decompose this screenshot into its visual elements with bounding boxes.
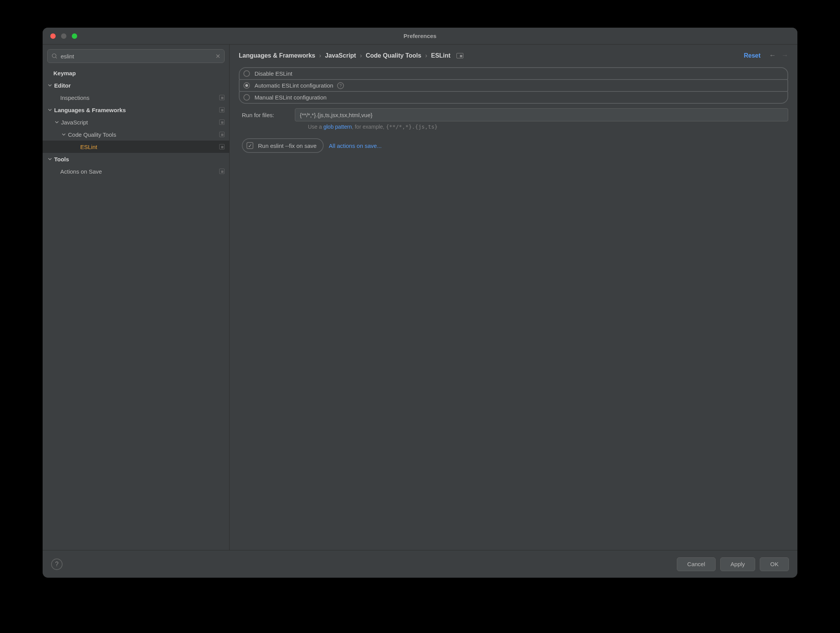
chevron-right-icon: › — [319, 52, 321, 59]
header-row: Languages & Frameworks › JavaScript › Co… — [239, 51, 788, 60]
chevron-down-icon — [47, 83, 53, 87]
project-scope-icon — [219, 119, 225, 125]
radio-label: Disable ESLint — [255, 70, 292, 77]
breadcrumb: Languages & Frameworks › JavaScript › Co… — [239, 52, 744, 59]
chevron-down-icon — [54, 120, 60, 124]
glob-hint: Use a glob pattern, for example, {**/*,*… — [239, 124, 788, 130]
search-icon — [51, 53, 58, 59]
fix-on-save-toggle[interactable]: ✓ Run eslint --fix on save — [242, 138, 324, 153]
sidebar: ✕ Keymap Editor Inspections Languages & — [43, 45, 230, 550]
breadcrumb-item[interactable]: Languages & Frameworks — [239, 52, 315, 59]
run-for-files-label: Run for files: — [242, 112, 288, 118]
radio-label: Automatic ESLint configuration — [255, 82, 333, 89]
window-controls — [50, 33, 77, 39]
chevron-down-icon — [61, 133, 66, 136]
tree-eslint[interactable]: ESLint — [43, 141, 229, 153]
apply-button[interactable]: Apply — [720, 557, 756, 571]
radio-icon — [243, 82, 250, 89]
tree-code-quality-tools[interactable]: Code Quality Tools — [43, 128, 229, 141]
ok-button[interactable]: OK — [760, 557, 789, 571]
nav-arrows: ← → — [769, 51, 788, 60]
clear-search-icon[interactable]: ✕ — [215, 53, 220, 60]
help-icon[interactable]: ? — [337, 82, 344, 89]
maximize-window-icon[interactable] — [72, 33, 77, 39]
footer: ? Cancel Apply OK — [43, 550, 797, 578]
chevron-right-icon: › — [425, 52, 427, 59]
window-title: Preferences — [403, 33, 437, 39]
tree-inspections[interactable]: Inspections — [43, 91, 229, 104]
search-field[interactable]: ✕ — [47, 49, 225, 63]
breadcrumb-item[interactable]: Code Quality Tools — [366, 52, 422, 59]
svg-line-1 — [56, 57, 57, 58]
radio-automatic-eslint[interactable]: Automatic ESLint configuration ? — [239, 79, 788, 92]
tree-editor[interactable]: Editor — [43, 79, 229, 91]
reset-button[interactable]: Reset — [744, 52, 761, 59]
project-scope-icon — [219, 107, 225, 113]
project-scope-icon — [219, 132, 225, 137]
glob-pattern-link[interactable]: glob pattern — [323, 124, 352, 130]
breadcrumb-item[interactable]: JavaScript — [325, 52, 356, 59]
forward-button[interactable]: → — [781, 51, 788, 60]
chevron-down-icon — [47, 108, 53, 112]
tree-javascript[interactable]: JavaScript — [43, 116, 229, 128]
project-scope-icon — [456, 53, 463, 58]
svg-point-0 — [52, 54, 56, 58]
titlebar: Preferences — [43, 28, 797, 45]
radio-icon — [243, 94, 250, 101]
tree-languages-frameworks[interactable]: Languages & Frameworks — [43, 104, 229, 116]
minimize-window-icon[interactable] — [61, 33, 66, 39]
checkbox-icon: ✓ — [246, 142, 253, 149]
close-window-icon[interactable] — [50, 33, 56, 39]
breadcrumb-item[interactable]: ESLint — [431, 52, 451, 59]
chevron-right-icon: › — [360, 52, 362, 59]
radio-disable-eslint[interactable]: Disable ESLint — [239, 67, 788, 80]
back-button[interactable]: ← — [769, 51, 776, 60]
main-panel: Languages & Frameworks › JavaScript › Co… — [230, 45, 797, 550]
glob-example: {**/*,*}.{js,ts} — [386, 124, 438, 130]
fix-on-save-row: ✓ Run eslint --fix on save All actions o… — [239, 138, 788, 153]
window-body: ✕ Keymap Editor Inspections Languages & — [43, 45, 797, 550]
tree-actions-on-save[interactable]: Actions on Save — [43, 165, 229, 177]
tree-tools[interactable]: Tools — [43, 153, 229, 165]
run-for-files-input[interactable] — [295, 108, 788, 121]
chevron-down-icon — [47, 157, 53, 161]
fix-on-save-label: Run eslint --fix on save — [258, 143, 317, 149]
tree-keymap[interactable]: Keymap — [43, 67, 229, 79]
project-scope-icon — [219, 144, 225, 149]
radio-manual-eslint[interactable]: Manual ESLint configuration — [239, 91, 788, 104]
radio-label: Manual ESLint configuration — [255, 94, 327, 101]
all-actions-on-save-link[interactable]: All actions on save... — [329, 143, 382, 149]
radio-icon — [243, 70, 250, 77]
project-scope-icon — [219, 95, 225, 100]
project-scope-icon — [219, 169, 225, 174]
help-button[interactable]: ? — [51, 558, 63, 570]
eslint-mode-radios: Disable ESLint Automatic ESLint configur… — [239, 67, 788, 103]
search-input[interactable] — [58, 53, 215, 60]
preferences-window: Preferences ✕ Keymap Editor I — [43, 28, 797, 578]
cancel-button[interactable]: Cancel — [677, 557, 716, 571]
settings-tree: Keymap Editor Inspections Languages & Fr… — [43, 67, 229, 550]
run-for-files-row: Run for files: — [239, 108, 788, 121]
